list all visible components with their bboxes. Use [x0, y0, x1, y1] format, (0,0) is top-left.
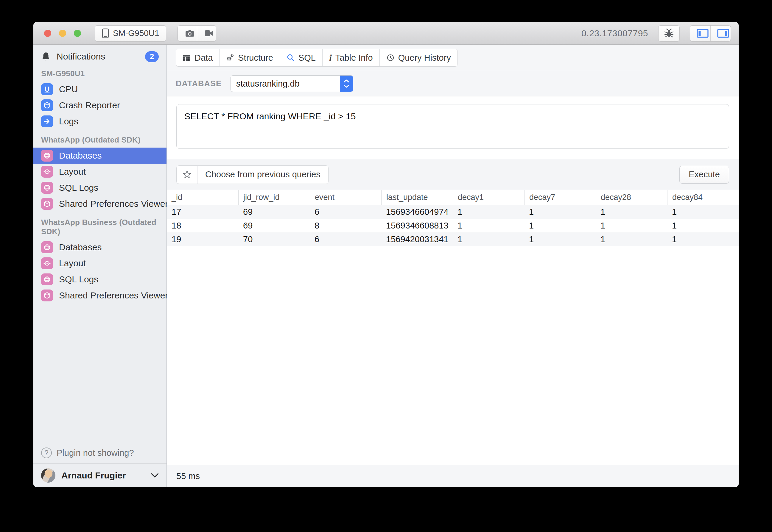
sidebar-item-label: Databases: [59, 151, 101, 161]
sidebar-item-layout[interactable]: Layout: [33, 164, 166, 180]
sidebar-item-label: SQL Logs: [59, 274, 98, 284]
query-actions-row: Choose from previous queries Execute: [167, 159, 739, 190]
sidebar-item-label: Layout: [59, 258, 86, 268]
left-panel-icon: [697, 29, 709, 38]
minimize-window-button[interactable]: [59, 30, 66, 37]
column-header[interactable]: decay7: [524, 190, 596, 205]
view-mode-tabstrip: Data Structure: [167, 45, 739, 71]
table-cell: 1: [667, 207, 739, 217]
database-globe-icon: [41, 241, 53, 253]
user-account-row[interactable]: Arnaud Frugier: [33, 463, 166, 487]
device-name: SM-G950U1: [113, 29, 159, 38]
sidebar-section-whatsapp-business: WhatsApp Business (Outdated SDK): [33, 218, 166, 236]
layout-inspector-icon: [41, 257, 53, 269]
shared-prefs-icon: [41, 290, 53, 301]
table-cell: 1: [453, 207, 524, 217]
camera-icon: [185, 29, 195, 37]
table-cell: 69: [238, 221, 310, 231]
column-header[interactable]: _id: [167, 190, 238, 205]
traffic-lights: [44, 30, 81, 37]
tab-structure[interactable]: Structure: [219, 49, 280, 66]
layout-inspector-icon: [41, 166, 53, 178]
app-version: 0.23.173007795: [582, 28, 648, 38]
table-cell: 1: [453, 234, 524, 244]
sidebar-item-databases-business[interactable]: Databases: [33, 239, 166, 255]
table-row[interactable]: 17 69 6 1569346604974 1 1 1 1: [167, 205, 739, 219]
table-cell: 17: [167, 207, 238, 217]
table-row[interactable]: 18 69 8 1569346608813 1 1 1 1: [167, 219, 739, 232]
desktop-background: SM-G950U1 0.23.17: [0, 0, 772, 532]
report-bug-button[interactable]: [658, 25, 680, 41]
tab-label: Structure: [238, 53, 273, 63]
chevron-down-icon: [151, 473, 159, 478]
toggle-left-sidebar-button[interactable]: [690, 26, 710, 41]
table-cell: 1: [524, 207, 596, 217]
table-cell: 1: [667, 234, 739, 244]
sidebar-section-device: SM-G950U1: [33, 69, 166, 78]
sidebar-item-shared-preferences[interactable]: Shared Preferences Viewer: [33, 196, 166, 212]
info-icon: i: [329, 53, 332, 62]
table-cell: 1: [667, 221, 739, 231]
sidebar-section-whatsapp: WhatsApp (Outdated SDK): [33, 135, 166, 145]
database-select[interactable]: statusranking.db: [231, 75, 353, 92]
table-cell: 1569346604974: [381, 207, 453, 217]
tab-sql[interactable]: SQL: [280, 49, 322, 66]
execute-button[interactable]: Execute: [679, 166, 729, 184]
table-cell: 69: [238, 207, 310, 217]
sidebar-item-notifications[interactable]: Notifications 2: [33, 48, 166, 65]
column-header[interactable]: decay28: [596, 190, 667, 205]
crash-reporter-icon: [41, 99, 53, 111]
favorite-query-button[interactable]: [176, 166, 198, 184]
notifications-count-badge: 2: [145, 51, 159, 62]
query-editor-zone: SELECT * FROM ranking WHERE _id > 15: [167, 96, 739, 159]
sidebar-item-layout-business[interactable]: Layout: [33, 255, 166, 271]
choose-previous-queries-button[interactable]: Choose from previous queries: [198, 166, 328, 184]
bell-icon: [41, 51, 51, 62]
bug-icon: [664, 29, 674, 38]
results-empty-area: [167, 246, 739, 465]
tab-label: Query History: [398, 53, 451, 63]
column-header[interactable]: event: [310, 190, 381, 205]
column-header[interactable]: last_update: [381, 190, 453, 205]
phone-icon: [101, 28, 109, 38]
shared-prefs-icon: [41, 198, 53, 210]
tab-data[interactable]: Data: [176, 49, 219, 66]
column-header[interactable]: jid_row_id: [238, 190, 310, 205]
zoom-window-button[interactable]: [74, 30, 81, 37]
sidebar-item-crash-reporter[interactable]: Crash Reporter: [33, 97, 166, 113]
select-stepper-icon: [340, 76, 353, 92]
sidebar-item-label: Databases: [59, 242, 101, 252]
table-cell: 1: [453, 221, 524, 231]
column-header[interactable]: decay1: [453, 190, 524, 205]
table-cell: 1: [596, 207, 667, 217]
selected-database: statusranking.db: [231, 79, 340, 89]
star-icon: [182, 170, 191, 179]
sidebar-item-cpu[interactable]: U CPU: [33, 81, 166, 97]
capture-button-group: [177, 25, 216, 41]
sidebar-item-sql-logs[interactable]: SQL Logs: [33, 180, 166, 196]
sidebar-item-sql-logs-business[interactable]: SQL Logs: [33, 271, 166, 287]
sidebar-spacer: [33, 303, 166, 442]
toggle-right-sidebar-button[interactable]: [710, 26, 731, 41]
databases-plugin-panel: Data Structure: [167, 45, 739, 487]
sidebar-item-shared-preferences-business[interactable]: Shared Preferences Viewer: [33, 287, 166, 303]
close-window-button[interactable]: [44, 30, 51, 37]
sidebar-item-label: Logs: [59, 116, 78, 126]
table-cell: 18: [167, 221, 238, 231]
column-header[interactable]: decay84: [667, 190, 739, 205]
screenshot-button[interactable]: [178, 26, 197, 41]
tab-table-info[interactable]: i Table Info: [322, 49, 379, 66]
screen-record-button[interactable]: [197, 26, 216, 41]
device-selector-button[interactable]: SM-G950U1: [95, 25, 166, 41]
plugin-help-label: Plugin not showing?: [57, 448, 134, 458]
tab-query-history[interactable]: Query History: [379, 49, 457, 66]
plugin-help-link[interactable]: ? Plugin not showing?: [33, 442, 166, 463]
table-cell: 1: [524, 221, 596, 231]
user-name: Arnaud Frugier: [61, 470, 126, 481]
table-cell: 6: [310, 234, 381, 244]
sidebar-item-databases[interactable]: Databases: [33, 148, 166, 164]
sql-query-input[interactable]: SELECT * FROM ranking WHERE _id > 15: [176, 104, 729, 149]
search-icon: [287, 54, 295, 62]
table-row[interactable]: 19 70 6 1569420031341 1 1 1 1: [167, 232, 739, 246]
sidebar-item-logs[interactable]: Logs: [33, 113, 166, 129]
